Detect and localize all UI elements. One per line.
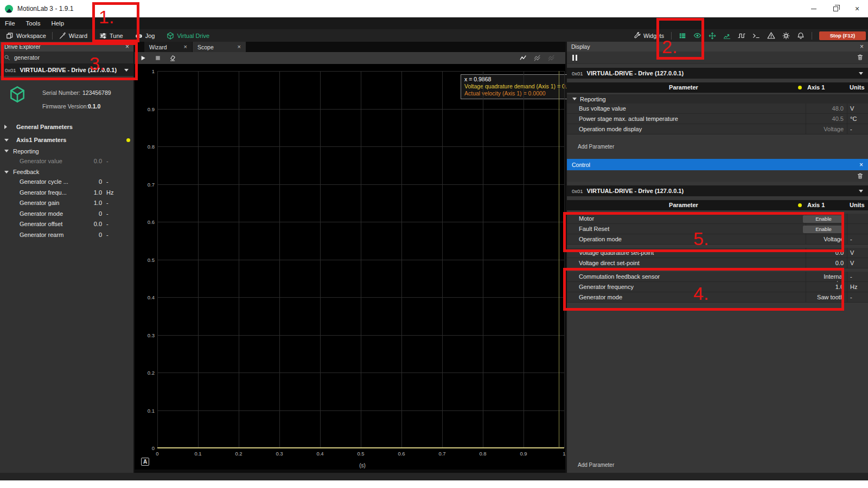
close-button[interactable]: × bbox=[846, 0, 868, 17]
multi-trace-icon[interactable] bbox=[534, 54, 541, 62]
param-value: 0.0 bbox=[64, 158, 102, 164]
gear-icon[interactable] bbox=[782, 32, 790, 40]
param-label: Generator offset bbox=[20, 221, 62, 227]
section-label: Reporting bbox=[580, 96, 606, 102]
y-tick-label: 1 bbox=[137, 68, 155, 74]
tree-group-reporting[interactable]: Reporting bbox=[0, 146, 133, 156]
chart-icon[interactable] bbox=[723, 32, 731, 40]
bell-icon[interactable] bbox=[797, 32, 805, 40]
tree-section-axis1-parameters[interactable]: Axis1 Parameters bbox=[0, 134, 133, 145]
trash-icon[interactable] bbox=[857, 172, 864, 179]
menu-tools[interactable]: Tools bbox=[26, 20, 41, 27]
tree-param-generator-mode[interactable]: Generator mode0- bbox=[0, 208, 133, 219]
split-trace-icon[interactable] bbox=[548, 54, 556, 62]
wrench-icon bbox=[634, 32, 641, 39]
toolbar-wizard-button[interactable]: Wizard bbox=[53, 29, 93, 42]
tree-param-generator-gain[interactable]: Generator gain1.0- bbox=[0, 198, 133, 209]
tab-close-icon[interactable]: × bbox=[184, 44, 187, 50]
warning-icon[interactable] bbox=[767, 31, 775, 40]
chevron-down-icon bbox=[859, 72, 863, 75]
param-label: Generator cycle ... bbox=[20, 178, 68, 185]
y-tick-label: 0.1 bbox=[137, 408, 155, 414]
add-parameter-button[interactable]: Add Parameter bbox=[578, 144, 868, 151]
param-label: Generator frequ... bbox=[20, 189, 67, 196]
play-icon[interactable] bbox=[140, 55, 146, 61]
display-device-selector[interactable]: 0x01VIRTUAL-DRIVE - Drive (127.0.0.1) bbox=[567, 185, 868, 196]
tree-section-label: General Parameters bbox=[16, 124, 73, 130]
pause-icon[interactable] bbox=[572, 55, 577, 61]
autoscale-button[interactable]: A bbox=[141, 458, 149, 466]
stop-icon[interactable] bbox=[155, 55, 161, 61]
terminal-icon[interactable] bbox=[752, 32, 760, 40]
stop-button[interactable]: Stop (F12) bbox=[819, 31, 866, 40]
clear-icon[interactable] bbox=[169, 55, 176, 62]
chevron-right-icon bbox=[4, 125, 7, 129]
cursor-crosshair bbox=[559, 71, 559, 448]
x-tick-label: 0.8 bbox=[473, 451, 493, 457]
tab-close-icon[interactable]: × bbox=[238, 44, 241, 50]
display-panel: Display × 0x01VIRTUAL-DRIVE - Drive (127… bbox=[567, 42, 868, 473]
tooltip-series-1: Voltage quadrature demand (Axis 1) = 0.0… bbox=[464, 83, 579, 90]
motionlab-window: MotionLab 3 - 1.9.1 × FileToolsHelp Work… bbox=[0, 0, 868, 488]
gridline bbox=[564, 71, 565, 448]
param-value: 0.0 bbox=[807, 260, 844, 266]
minimize-button[interactable] bbox=[803, 0, 825, 17]
toolbar-workspace-button[interactable]: Workspace bbox=[0, 29, 52, 42]
tab-close-icon[interactable]: × bbox=[859, 162, 863, 168]
x-tick-label: 0.4 bbox=[310, 451, 330, 457]
tree-param-generator-frequ[interactable]: Generator frequ...1.0Hz bbox=[0, 187, 133, 198]
tree-section-general-parameters[interactable]: General Parameters bbox=[0, 121, 133, 132]
add-parameter-button[interactable]: Add Parameter bbox=[578, 462, 614, 470]
display-tab-label: Control bbox=[572, 162, 590, 168]
menu-help[interactable]: Help bbox=[51, 20, 64, 27]
maximize-icon bbox=[833, 7, 838, 11]
move-icon[interactable] bbox=[709, 32, 716, 40]
param-row-operation-mode-display[interactable]: Operation mode displayVoltage- bbox=[567, 124, 868, 134]
single-trace-icon[interactable] bbox=[520, 54, 527, 62]
param-row-bus-voltage-value[interactable]: Bus voltage value48.0V bbox=[567, 104, 868, 114]
param-unit: V bbox=[850, 249, 866, 256]
device-id: 0x01 bbox=[572, 188, 583, 194]
tree-param-generator-rearm[interactable]: Generator rearm0- bbox=[0, 229, 133, 240]
device-name: VIRTUAL-DRIVE - Drive (127.0.0.1) bbox=[587, 188, 684, 194]
tree-param-generator-offset[interactable]: Generator offset0.0- bbox=[0, 219, 133, 230]
maximize-button[interactable] bbox=[825, 0, 846, 17]
param-unit: - bbox=[106, 221, 128, 227]
chevron-down-icon bbox=[4, 150, 9, 152]
tab-label: Scope bbox=[197, 44, 214, 50]
menu-file[interactable]: File bbox=[5, 20, 15, 27]
y-tick-label: 0 bbox=[137, 445, 155, 451]
param-unit: Hz bbox=[106, 189, 128, 196]
param-value: Voltage bbox=[807, 126, 844, 132]
param-unit: V bbox=[850, 105, 866, 112]
section-reporting[interactable]: Reporting bbox=[567, 94, 868, 104]
tree-param-generator-cycle[interactable]: Generator cycle ...0- bbox=[0, 177, 133, 188]
x-tick-label: 0.5 bbox=[351, 451, 371, 457]
tree-group-label: Feedback bbox=[13, 169, 39, 175]
serial-number-label: Serial Number: bbox=[42, 89, 80, 96]
column-header-parameter: Parameter bbox=[567, 84, 800, 91]
trash-icon[interactable] bbox=[857, 54, 864, 61]
display-tab-control[interactable]: Control× bbox=[567, 159, 868, 170]
gridline bbox=[157, 146, 564, 147]
toolbar-virtual-drive-button[interactable]: Virtual Drive bbox=[161, 29, 215, 42]
display-close-button[interactable]: × bbox=[860, 43, 864, 50]
toolbar-wizard-label: Wizard bbox=[69, 33, 87, 39]
display-device-selector[interactable]: 0x01VIRTUAL-DRIVE - Drive (127.0.0.1) bbox=[567, 68, 868, 79]
param-row-voltage-direct-set-point[interactable]: Voltage direct set-point0.0V bbox=[567, 258, 868, 268]
display-tab-toolbar bbox=[567, 170, 868, 182]
trace-toggle-group bbox=[520, 54, 560, 62]
gridline bbox=[157, 335, 564, 336]
display-header: Display × bbox=[567, 42, 868, 52]
param-unit: - bbox=[106, 158, 128, 164]
tab-scope[interactable]: Scope× bbox=[193, 42, 246, 52]
scope-plot[interactable]: x = 0.9868 Voltage quadrature demand (Ax… bbox=[135, 64, 565, 470]
tree-param-generator-value[interactable]: Generator value0.0- bbox=[0, 156, 133, 166]
workspace-icon bbox=[6, 32, 14, 40]
column-header-axis: Axis 1 bbox=[807, 202, 825, 208]
minimize-icon bbox=[811, 9, 816, 9]
square-wave-icon[interactable] bbox=[738, 32, 745, 40]
param-row-power-stage-max-actual-temperature[interactable]: Power stage max. actual temperature40.5°… bbox=[567, 114, 868, 124]
tree-group-feedback[interactable]: Feedback bbox=[0, 168, 133, 177]
tab-wizard[interactable]: Wizard× bbox=[144, 42, 192, 52]
